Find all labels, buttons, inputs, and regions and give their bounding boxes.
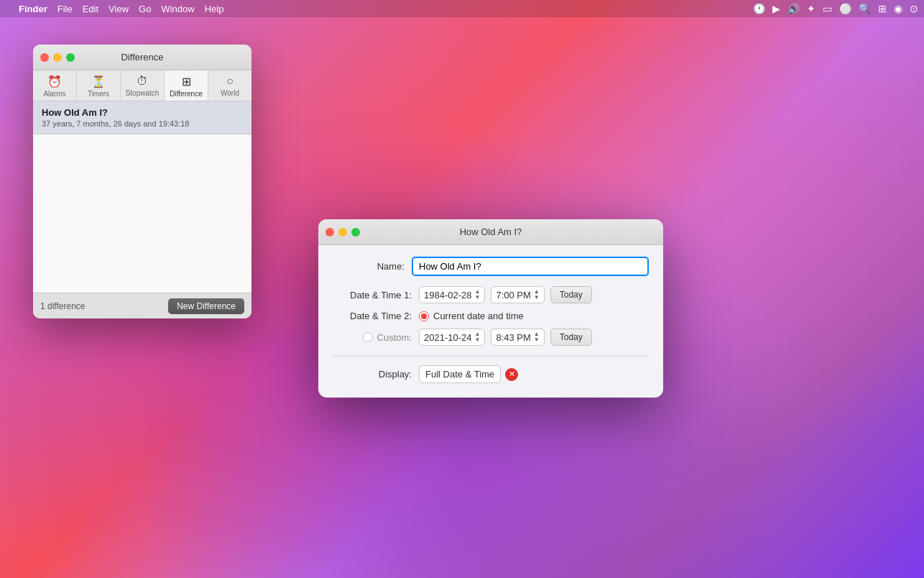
date2-field[interactable]: 2021-10-24 ▲ ▼	[419, 329, 485, 346]
dialog-title: How Old Am I?	[460, 226, 522, 237]
close-button[interactable]	[40, 53, 49, 62]
item-title: How Old Am I?	[42, 107, 243, 118]
time2-down[interactable]: ▼	[534, 337, 540, 343]
current-datetime-label: Current date and time	[433, 311, 524, 321]
time2-field[interactable]: 8:43 PM ▲ ▼	[491, 329, 544, 346]
difference-label: Difference	[170, 90, 202, 98]
date2-row: Date & Time 2: Current date and time	[333, 311, 649, 321]
tab-world[interactable]: ○ World	[208, 70, 251, 101]
bluetooth-icon[interactable]: ✦	[807, 3, 816, 14]
time1-stepper[interactable]: ▲ ▼	[534, 289, 540, 301]
tab-alarms[interactable]: ⏰ Alarms	[33, 70, 77, 101]
menubar-left: Finder File Edit View Go Window Help	[6, 4, 223, 14]
display-label: Display:	[333, 369, 412, 380]
diff-tabs: ⏰ Alarms ⏳ Timers ⏱ Stopwatch ⊞ Differen…	[33, 70, 251, 101]
titlebar-buttons	[40, 53, 75, 62]
dialog-titlebar-buttons	[325, 228, 360, 237]
date1-field[interactable]: 1984-02-28 ▲ ▼	[419, 286, 485, 303]
custom-label: Custom:	[377, 332, 412, 343]
play-icon[interactable]: ▶	[772, 3, 780, 14]
menubar-help[interactable]: Help	[205, 4, 224, 14]
difference-icon: ⊞	[182, 75, 191, 88]
name-row: Name:	[333, 257, 649, 276]
dialog-titlebar: How Old Am I?	[318, 219, 663, 245]
difference-window: Difference ⏰ Alarms ⏳ Timers ⏱ Stopwatch…	[33, 45, 251, 318]
world-icon: ○	[226, 75, 234, 88]
timers-icon: ⏳	[91, 75, 106, 88]
menubar-view[interactable]: View	[108, 4, 129, 14]
display-select[interactable]: Full Date & Time	[419, 365, 501, 383]
tab-difference[interactable]: ⊞ Difference	[165, 70, 208, 101]
date2-down[interactable]: ▼	[475, 337, 481, 343]
menubar-window[interactable]: Window	[161, 4, 194, 14]
today2-button[interactable]: Today	[550, 329, 592, 346]
control-center-icon[interactable]: ⊙	[910, 3, 918, 14]
list-item[interactable]: How Old Am I? 37 years, 7 months, 26 day…	[33, 101, 251, 134]
display-row: Display: Full Date & Time ✕	[333, 365, 649, 383]
time2-value: 8:43 PM	[496, 332, 530, 343]
date1-down[interactable]: ▼	[475, 295, 481, 301]
dialog-maximize-button[interactable]	[351, 228, 360, 237]
wifi-icon[interactable]: ⚪	[839, 3, 851, 14]
date1-value: 1984-02-28	[424, 290, 472, 301]
dialog-close-button[interactable]	[325, 228, 334, 237]
stopwatch-label: Stopwatch	[126, 89, 160, 97]
maximize-button[interactable]	[66, 53, 75, 62]
time1-field[interactable]: 7:00 PM ▲ ▼	[491, 286, 544, 303]
main-dialog: How Old Am I? Name: Date & Time 1: 1984-…	[318, 219, 663, 398]
dialog-divider	[333, 356, 649, 357]
custom-row: Custom: 2021-10-24 ▲ ▼ 8:43 PM ▲ ▼ Today	[333, 329, 649, 346]
empty-area	[33, 134, 251, 293]
dialog-minimize-button[interactable]	[338, 228, 347, 237]
tab-timers[interactable]: ⏳ Timers	[77, 70, 121, 101]
date2-stepper[interactable]: ▲ ▼	[475, 331, 481, 343]
clock-icon[interactable]: 🕐	[753, 3, 765, 14]
diff-titlebar: Difference	[33, 45, 251, 70]
time2-stepper[interactable]: ▲ ▼	[534, 331, 540, 343]
menubar-go[interactable]: Go	[139, 4, 151, 14]
alarms-icon: ⏰	[47, 75, 62, 88]
menubar-right: 🕐 ▶ 🔊 ✦ ▭ ⚪ 🔍 ⊞ ◉ ⊙	[753, 3, 918, 14]
current-datetime-radio[interactable]	[419, 311, 429, 321]
tab-stopwatch[interactable]: ⏱ Stopwatch	[121, 70, 165, 101]
date2-label: Date & Time 2:	[333, 311, 412, 321]
name-label: Name:	[333, 261, 405, 272]
magnify-icon[interactable]: 🔍	[859, 3, 871, 14]
menubar-edit[interactable]: Edit	[83, 4, 98, 14]
today1-button[interactable]: Today	[550, 286, 592, 303]
diff-list: How Old Am I? 37 years, 7 months, 26 day…	[33, 101, 251, 293]
minimize-button[interactable]	[53, 53, 62, 62]
display-value: Full Date & Time	[425, 369, 494, 380]
custom-spacer: Custom:	[333, 332, 412, 343]
date1-stepper[interactable]: ▲ ▼	[475, 289, 481, 301]
diff-bottombar: 1 difference New Difference	[33, 293, 251, 318]
time1-value: 7:00 PM	[496, 290, 530, 301]
timers-label: Timers	[88, 90, 109, 98]
date2-value: 2021-10-24	[424, 332, 472, 343]
battery-icon[interactable]: ▭	[823, 3, 832, 14]
menubar-file[interactable]: File	[57, 4, 73, 14]
menubar: Finder File Edit View Go Window Help 🕐 ▶…	[0, 0, 924, 17]
current-datetime-option[interactable]: Current date and time	[419, 311, 524, 321]
grid-icon[interactable]: ⊞	[878, 3, 887, 14]
new-difference-button[interactable]: New Difference	[168, 298, 244, 314]
alarms-label: Alarms	[43, 90, 65, 98]
siri-icon[interactable]: ◉	[894, 3, 902, 14]
stopwatch-icon: ⏱	[137, 75, 148, 88]
time1-down[interactable]: ▼	[534, 295, 540, 301]
date1-row: Date & Time 1: 1984-02-28 ▲ ▼ 7:00 PM ▲ …	[333, 286, 649, 303]
diff-window-title: Difference	[121, 52, 163, 63]
world-label: World	[221, 89, 239, 97]
dialog-body: Name: Date & Time 1: 1984-02-28 ▲ ▼ 7:00…	[318, 245, 663, 398]
diff-count: 1 difference	[40, 301, 86, 311]
name-input[interactable]	[412, 257, 649, 276]
display-clear-button[interactable]: ✕	[505, 368, 518, 381]
item-subtitle: 37 years, 7 months, 26 days and 19:43:18	[42, 119, 243, 128]
date1-label: Date & Time 1:	[333, 290, 412, 301]
volume-icon[interactable]: 🔊	[787, 3, 800, 14]
menubar-finder[interactable]: Finder	[19, 4, 47, 14]
custom-radio[interactable]	[363, 332, 373, 342]
